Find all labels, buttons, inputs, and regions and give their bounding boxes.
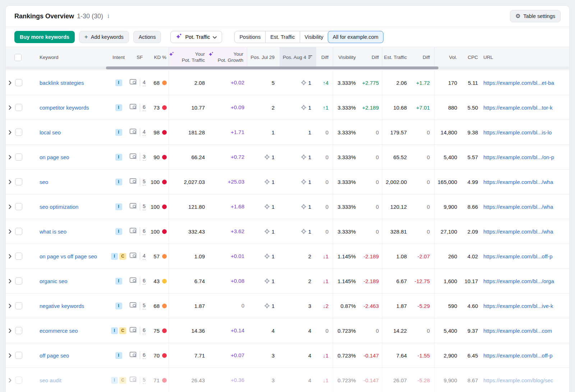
url-link[interactable]: https://example.com/bl...off-p xyxy=(479,253,569,259)
sf-count[interactable]: 5 xyxy=(143,302,146,309)
url-link[interactable]: https://example.com/bl...is-lo xyxy=(479,129,569,135)
row-expand-button[interactable] xyxy=(6,294,14,318)
row-checkbox[interactable] xyxy=(15,178,22,185)
row-expand-button[interactable] xyxy=(6,343,14,368)
sf-count[interactable]: 4 xyxy=(143,129,146,136)
actions-button[interactable]: Actions xyxy=(133,31,161,43)
keyword-link[interactable]: seo optimization xyxy=(36,204,110,210)
column-header-pos-jul29[interactable]: Pos. Jul 29 xyxy=(247,55,280,61)
row-expand-button[interactable] xyxy=(6,368,14,392)
url-link[interactable]: https://example.com/bl.../wha xyxy=(479,204,569,210)
sf-count[interactable]: 5 xyxy=(143,203,146,210)
url-link[interactable]: https://example.com/bl.../orga xyxy=(479,278,569,284)
keyword-link[interactable]: seo audit xyxy=(36,377,110,383)
column-header-pot-traffic[interactable]: YourPot. Traffic xyxy=(169,47,208,68)
sf-count[interactable]: 6 xyxy=(143,327,146,334)
row-checkbox[interactable] xyxy=(15,228,22,235)
sf-count[interactable]: 5 xyxy=(143,178,146,185)
sf-count[interactable]: 4 xyxy=(143,79,146,86)
tab-visibility[interactable]: Visibility xyxy=(300,31,328,43)
tab-est-traffic[interactable]: Est. Traffic xyxy=(265,31,299,43)
keyword-link[interactable]: ecommerce seo xyxy=(36,328,110,334)
keyword-link[interactable]: on page vs off page seo xyxy=(36,253,110,259)
row-expand-button[interactable] xyxy=(6,269,14,293)
url-link[interactable]: https://example.com/bl...et-ba xyxy=(479,80,569,86)
column-header-pot-growth[interactable]: YourPot. Growth xyxy=(208,47,247,68)
url-link[interactable]: https://example.com/bl.../wha xyxy=(479,229,569,235)
row-expand-button[interactable] xyxy=(6,244,14,268)
sf-count[interactable]: 6 xyxy=(143,104,146,111)
url-link[interactable]: https://example.com/bl...ive-k xyxy=(479,303,569,309)
est-traffic-diff-value: -2.07 xyxy=(418,253,430,259)
select-all-checkbox[interactable] xyxy=(14,54,22,61)
row-checkbox[interactable] xyxy=(15,79,22,86)
sf-count[interactable]: 4 xyxy=(143,253,146,260)
row-checkbox[interactable] xyxy=(15,377,22,384)
column-header-sf[interactable]: SF xyxy=(128,55,152,61)
row-expand-button[interactable] xyxy=(6,318,14,343)
intent-badge-i: I xyxy=(111,253,118,260)
keyword-link[interactable]: on page seo xyxy=(36,154,110,160)
url-link[interactable]: https://example.com/bl.../wha xyxy=(479,179,569,185)
column-header-visibility[interactable]: Visibility xyxy=(333,55,360,61)
horizontal-scrollbar-thumb[interactable] xyxy=(106,66,438,69)
visibility-diff-value: 0 xyxy=(376,328,379,334)
sf-count[interactable]: 5 xyxy=(143,377,146,384)
row-checkbox[interactable] xyxy=(15,352,22,359)
keyword-link[interactable]: local seo xyxy=(36,129,110,135)
column-header-url[interactable]: URL xyxy=(479,55,569,61)
sf-count[interactable]: 3 xyxy=(143,153,146,161)
row-checkbox[interactable] xyxy=(15,277,22,285)
row-expand-button[interactable] xyxy=(6,219,14,244)
tab-positions[interactable]: Positions xyxy=(235,31,265,43)
url-link[interactable]: https://example.com/blog/sec xyxy=(479,377,569,383)
column-header-diff-visibility[interactable]: Diff xyxy=(360,47,382,68)
url-link[interactable]: https://example.com/bl...off-p xyxy=(479,352,569,359)
row-expand-button[interactable] xyxy=(6,120,14,144)
table-settings-button[interactable]: ⚙ Table settings xyxy=(510,10,561,22)
keyword-link[interactable]: backlink strategies xyxy=(36,80,110,86)
column-header-cpc[interactable]: CPC xyxy=(459,55,479,61)
row-expand-button[interactable] xyxy=(6,145,14,169)
keyword-link[interactable]: organic seo xyxy=(36,278,110,284)
keyword-link[interactable]: negative keywords xyxy=(36,303,110,309)
row-checkbox[interactable] xyxy=(15,253,22,260)
sf-count[interactable]: 6 xyxy=(143,228,146,235)
keyword-link[interactable]: off page seo xyxy=(36,352,110,359)
column-header-intent[interactable]: Intent xyxy=(110,55,128,61)
column-header-keyword[interactable]: Keyword xyxy=(36,55,110,61)
url-link[interactable]: https://example.com/bl.../on-p xyxy=(479,154,569,160)
visibility-cell: 0.723% xyxy=(333,352,360,359)
info-icon[interactable]: i xyxy=(107,13,109,19)
column-header-diff-est-traffic[interactable]: Diff xyxy=(410,47,434,68)
buy-more-keywords-button[interactable]: Buy more keywords xyxy=(14,31,75,43)
tab-all-for-example-com[interactable]: All for example.com xyxy=(328,31,383,43)
keyword-link[interactable]: competitor keywords xyxy=(36,105,110,111)
url-link[interactable]: https://example.com/bl...com xyxy=(479,328,569,334)
metric-dropdown[interactable]: Pot. Traffic xyxy=(170,31,222,43)
column-header-diff-pos[interactable]: Diff xyxy=(316,47,333,68)
keyword-link[interactable]: what is seo xyxy=(36,229,110,235)
column-header-est-traffic[interactable]: Est. Traffic xyxy=(382,55,410,61)
row-expand-button[interactable] xyxy=(6,95,14,120)
row-checkbox[interactable] xyxy=(15,104,22,111)
est-traffic-diff-cell: 0 xyxy=(410,145,434,169)
column-header-pos-aug4[interactable]: Pos. Aug 4 xyxy=(280,47,316,68)
row-checkbox[interactable] xyxy=(15,327,22,334)
sf-count[interactable]: 6 xyxy=(143,352,146,359)
add-keywords-button[interactable]: + Add keywords xyxy=(79,31,129,43)
row-checkbox[interactable] xyxy=(15,302,22,309)
row-expand-button[interactable] xyxy=(6,170,14,194)
row-checkbox[interactable] xyxy=(15,129,22,136)
column-header-kd[interactable]: KD % xyxy=(152,47,169,68)
column-header-vol[interactable]: Vol. xyxy=(434,55,459,61)
row-checkbox[interactable] xyxy=(15,203,22,210)
sf-count[interactable]: 6 xyxy=(143,277,146,285)
keyword-link[interactable]: seo xyxy=(36,179,110,185)
row-expand-button[interactable] xyxy=(6,194,14,219)
row-checkbox[interactable] xyxy=(15,153,22,161)
row-expand-button[interactable] xyxy=(6,70,14,95)
url-link[interactable]: https://example.com/bl...tor-k xyxy=(479,105,569,111)
pos-aug4-value: 4 xyxy=(308,328,311,334)
visibility-diff-value: +2.775 xyxy=(362,80,379,86)
